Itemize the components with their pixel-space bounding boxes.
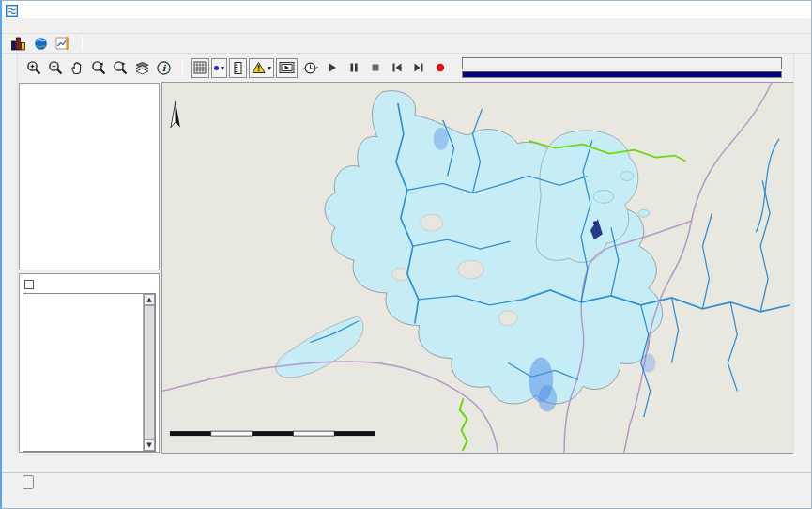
classbreak-interval-dropdown[interactable]: ▾ xyxy=(211,58,227,78)
map-toolbar: i ▾ !▾ xyxy=(18,54,793,82)
record-button[interactable] xyxy=(429,57,451,79)
thresholds-dropdown[interactable]: !▾ xyxy=(249,58,274,78)
spatial-left-panel: ▲ ▼ xyxy=(18,82,161,454)
zoom-in-button[interactable] xyxy=(23,57,45,79)
main-toolbar xyxy=(2,34,811,54)
zoom-out-button[interactable] xyxy=(45,57,67,79)
scroll-down-icon[interactable]: ▼ xyxy=(144,440,155,451)
svg-text:!: ! xyxy=(257,65,261,73)
svg-text:i: i xyxy=(162,63,167,73)
scrollbar-thumb[interactable] xyxy=(144,305,155,440)
database-button[interactable] xyxy=(7,35,29,53)
toolbar-separator xyxy=(182,60,183,75)
layers-tree xyxy=(19,83,160,270)
chevron-down-icon: ▾ xyxy=(268,64,271,72)
classbreak-dot-icon xyxy=(214,66,219,70)
map-display-button[interactable] xyxy=(29,35,52,53)
timeseries-dialog-button[interactable] xyxy=(52,35,74,53)
animation-movie-button[interactable] xyxy=(276,58,298,78)
app-logo-icon xyxy=(6,4,18,16)
toolbar-separator xyxy=(82,36,83,51)
time-slider-range-bar xyxy=(462,71,782,78)
logs-panel xyxy=(2,473,811,491)
time-slider[interactable] xyxy=(462,57,782,78)
pan-hand-button[interactable] xyxy=(67,57,88,79)
grid-display-button[interactable] xyxy=(191,58,209,78)
legend-panel: ▲ ▼ xyxy=(19,273,160,453)
pause-button[interactable] xyxy=(343,57,364,79)
scroll-up-icon[interactable]: ▲ xyxy=(144,294,155,305)
scale-bar xyxy=(170,431,375,436)
play-button[interactable] xyxy=(321,57,343,79)
status-bar xyxy=(2,491,811,508)
zoom-next-button[interactable] xyxy=(110,57,131,79)
legend-scrollbar[interactable]: ▲ ▼ xyxy=(143,294,155,451)
chevron-down-icon: ▾ xyxy=(221,64,224,72)
layers-button[interactable] xyxy=(131,57,153,79)
zoom-previous-button[interactable] xyxy=(88,57,110,79)
last-value-checkbox[interactable] xyxy=(24,280,34,289)
map-view[interactable] xyxy=(161,82,793,454)
left-dock-strip xyxy=(2,54,18,454)
legend-table xyxy=(23,294,143,451)
menu-bar xyxy=(2,18,811,34)
skip-to-start-button[interactable] xyxy=(386,57,407,79)
logs-button[interactable] xyxy=(23,475,34,489)
gauge-scale-button[interactable] xyxy=(229,58,247,78)
animation-settings-button[interactable] xyxy=(299,57,321,79)
bottom-tab-bar xyxy=(2,454,811,473)
right-dock-strip xyxy=(793,54,811,454)
skip-to-end-button[interactable] xyxy=(407,57,429,79)
app-window: i ▾ !▾ xyxy=(0,0,812,509)
time-slider-track[interactable] xyxy=(462,57,782,69)
stop-button[interactable] xyxy=(364,57,386,79)
info-button[interactable]: i xyxy=(153,57,175,79)
help-button[interactable] xyxy=(90,35,113,53)
title-bar xyxy=(2,1,811,18)
